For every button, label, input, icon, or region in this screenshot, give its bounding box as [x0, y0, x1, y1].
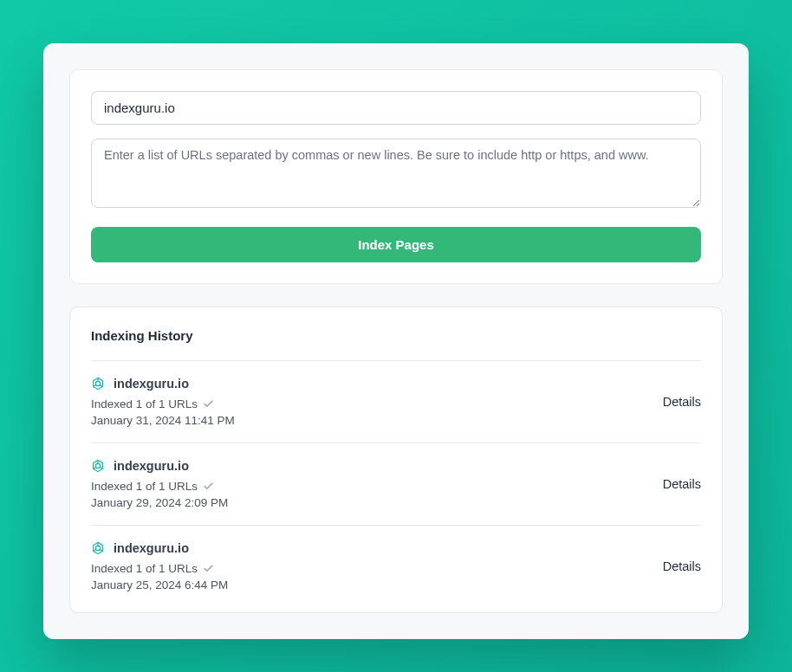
history-domain-label: indexguru.io	[114, 377, 189, 391]
history-domain-row: indexguru.io	[91, 459, 228, 473]
index-pages-button[interactable]: Index Pages	[91, 227, 701, 262]
history-status-label: Indexed 1 of 1 URLs	[91, 397, 198, 410]
history-domain-row: indexguru.io	[91, 541, 228, 555]
history-date-label: January 29, 2024 2:09 PM	[91, 496, 228, 509]
history-status-label: Indexed 1 of 1 URLs	[91, 480, 198, 493]
main-container: Index Pages Indexing History indexguru.i…	[43, 43, 749, 639]
history-item: indexguru.io Indexed 1 of 1 URLs January…	[91, 443, 701, 526]
history-domain-label: indexguru.io	[114, 459, 189, 473]
check-icon	[203, 563, 214, 574]
history-item: indexguru.io Indexed 1 of 1 URLs January…	[91, 361, 701, 443]
domain-input[interactable]	[91, 91, 701, 125]
index-form-card: Index Pages	[69, 69, 723, 284]
check-icon	[203, 398, 214, 410]
history-status-row: Indexed 1 of 1 URLs	[91, 562, 228, 575]
globe-icon	[91, 377, 105, 391]
history-status-row: Indexed 1 of 1 URLs	[91, 397, 235, 410]
history-item-info: indexguru.io Indexed 1 of 1 URLs January…	[91, 377, 235, 427]
history-status-row: Indexed 1 of 1 URLs	[91, 480, 228, 493]
history-status-label: Indexed 1 of 1 URLs	[91, 562, 198, 575]
history-item: indexguru.io Indexed 1 of 1 URLs January…	[91, 526, 701, 591]
details-link[interactable]: Details	[663, 477, 701, 491]
history-date-label: January 25, 2024 6:44 PM	[91, 578, 228, 591]
history-domain-label: indexguru.io	[114, 541, 189, 555]
history-item-info: indexguru.io Indexed 1 of 1 URLs January…	[91, 459, 228, 509]
history-date-label: January 31, 2024 11:41 PM	[91, 414, 235, 427]
globe-icon	[91, 459, 105, 473]
history-card: Indexing History indexguru.io Indexed 1 …	[69, 307, 723, 613]
check-icon	[203, 481, 214, 492]
urls-textarea[interactable]	[91, 139, 701, 208]
details-link[interactable]: Details	[663, 395, 701, 409]
details-link[interactable]: Details	[663, 559, 701, 573]
history-item-info: indexguru.io Indexed 1 of 1 URLs January…	[91, 541, 228, 591]
history-domain-row: indexguru.io	[91, 377, 235, 391]
globe-icon	[91, 541, 105, 555]
history-title: Indexing History	[91, 328, 701, 361]
